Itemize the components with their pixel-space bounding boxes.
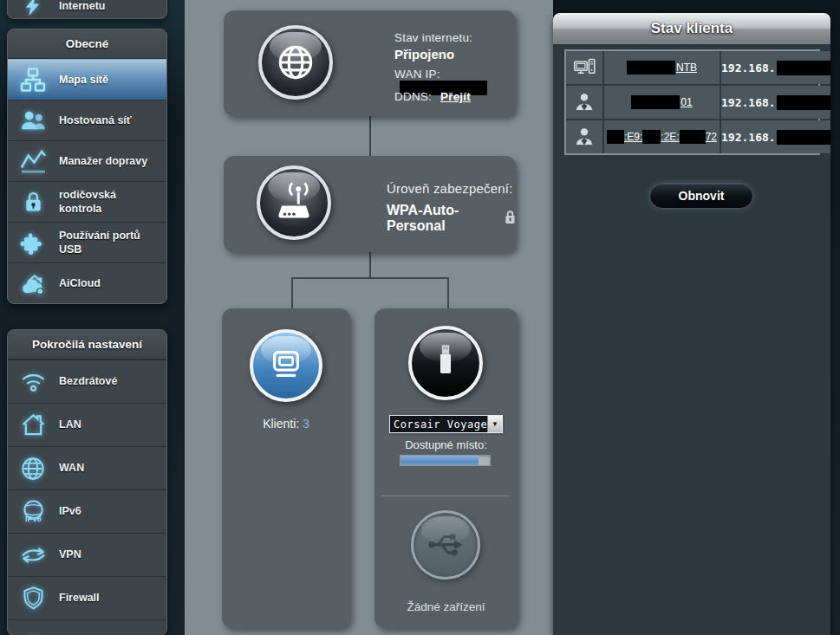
- client-name-link[interactable]: NTB: [676, 62, 697, 74]
- internet-status-label: Stav internetu:: [394, 31, 472, 44]
- sidebar-item-partial[interactable]: [8, 619, 166, 635]
- ip-redaction: [777, 95, 830, 110]
- cloud-home-icon: [18, 269, 48, 298]
- client-ip-cell: 192.168.: [721, 51, 830, 84]
- internet-globe-button[interactable]: [258, 25, 333, 100]
- ddns-go-link[interactable]: Přejít: [440, 90, 471, 103]
- usb-empty-port-button[interactable]: [411, 510, 480, 580]
- sidebar-item-label: Mapa sítě: [59, 73, 108, 87]
- sidebar-group-advanced: Pokročilá nastavení Bezdrátové LAN: [7, 329, 167, 635]
- ip-prefix: 192.168.: [721, 96, 776, 109]
- sidebar-item-wan[interactable]: WAN: [8, 446, 166, 489]
- sidebar-item-internetu[interactable]: Internetu: [8, 0, 166, 19]
- clients-node: Klienti: 3: [222, 308, 350, 628]
- client-name-cell: :E9::2E:72: [604, 120, 720, 153]
- clients-button[interactable]: [250, 329, 322, 402]
- router-button[interactable]: [257, 165, 331, 240]
- ip-redaction: [777, 130, 830, 145]
- usb-drive-icon: [423, 339, 468, 387]
- name-redaction: [631, 95, 680, 109]
- usb-divider: [381, 496, 511, 496]
- client-ip-cell: 192.168.: [721, 120, 830, 153]
- home-icon: [18, 411, 48, 440]
- sidebar-item-pouzivani-portu-usb[interactable]: Používání portů USB: [8, 222, 166, 262]
- sidebar-item-label: Manažer dopravy: [59, 154, 147, 168]
- traffic-chart-icon: [18, 146, 48, 176]
- clients-count: 3: [303, 417, 309, 431]
- connector-line: [291, 277, 449, 279]
- ipv6-globe-icon: IPv6: [18, 497, 48, 527]
- name-redaction: [642, 130, 661, 144]
- sidebar-section-header: Pokročilá nastavení: [8, 330, 166, 360]
- router-admin-page: Stav internetu: Připojeno WAN IP: DDNS: …: [0, 0, 840, 635]
- name-redaction: [607, 130, 624, 144]
- connector-line: [447, 277, 449, 308]
- sidebar-item-firewall[interactable]: Firewall: [8, 576, 166, 619]
- table-row: :E9::2E:72 192.168.: [566, 120, 818, 153]
- sidebar-item-label: Bezdrátové: [59, 374, 117, 388]
- usb-space-progress-fill: [400, 456, 479, 465]
- clients-label: Klienti:: [263, 417, 299, 431]
- user-icon: [566, 120, 602, 153]
- ddns-line: DDNS: Přejít: [394, 90, 471, 103]
- name-redaction: [680, 130, 706, 144]
- sidebar-item-lan[interactable]: LAN: [8, 403, 166, 446]
- desktop-icon: [566, 51, 602, 84]
- sidebar-item-label: IPv6: [59, 504, 81, 518]
- sidebar-item-mapa-site[interactable]: Mapa sítě: [8, 59, 166, 100]
- globe-icon: [271, 38, 320, 87]
- usb-device-button[interactable]: [408, 326, 483, 400]
- security-node: Úroveň zabezpečení: WPA-Auto-Personal: [224, 156, 516, 252]
- sidebar-item-label: rodičovská kontrola: [59, 188, 150, 217]
- vpn-arrows-icon: [18, 541, 48, 570]
- monitor-icon: [264, 342, 308, 389]
- refresh-button[interactable]: Obnovit: [649, 183, 753, 209]
- sitemap-icon: [18, 65, 48, 94]
- circle-icon: [18, 625, 48, 635]
- sidebar-item-label: Firewall: [59, 591, 100, 605]
- client-name-cell: 01: [604, 86, 720, 119]
- usb-puzzle-icon: [18, 228, 48, 257]
- ip-prefix: 192.168.: [721, 131, 776, 144]
- security-level-value: WPA-Auto-Personal: [387, 203, 498, 234]
- internet-status-node: Stav internetu: Připojeno WAN IP: DDNS: …: [224, 10, 516, 116]
- sidebar-group-general: Obecné Mapa sítě Hostovaná síť: [7, 29, 167, 304]
- security-level-label: Úroveň zabezpečení:: [387, 181, 513, 196]
- sidebar-item-label: Internetu: [59, 0, 105, 13]
- parental-lock-icon: [18, 187, 48, 217]
- table-row: 01 192.168.: [566, 86, 818, 119]
- wan-ip-label: WAN IP:: [394, 68, 440, 81]
- table-row: NTB 192.168.: [566, 51, 818, 84]
- sidebar-item-vpn[interactable]: VPN: [8, 533, 166, 576]
- ip-prefix: 192.168.: [721, 62, 776, 75]
- sidebar-item-label: VPN: [59, 548, 81, 561]
- name-redaction: [627, 61, 675, 75]
- sidebar-group-quick: Internetu: [7, 0, 167, 19]
- sidebar-item-label: WAN: [59, 461, 84, 475]
- sidebar-item-rodicovska-kontrola[interactable]: rodičovská kontrola: [8, 181, 166, 222]
- client-name-link[interactable]: 72: [706, 131, 717, 143]
- sidebar-item-bezdratove[interactable]: Bezdrátové: [8, 360, 166, 403]
- sidebar-item-hostovana-sit[interactable]: Hostovaná síť: [8, 100, 166, 140]
- client-name-link[interactable]: :2E:: [661, 131, 679, 143]
- client-ip-cell: 192.168.: [721, 86, 830, 119]
- client-status-title: Stav klienta: [553, 13, 830, 44]
- client-name-link[interactable]: :E9:: [624, 131, 642, 143]
- client-name-link[interactable]: 01: [680, 96, 692, 108]
- usb-device-select[interactable]: Corsair Voyager ▼: [389, 415, 503, 433]
- sidebar-section-header: Obecné: [8, 29, 166, 59]
- sidebar-item-label: Hostovaná síť: [59, 113, 132, 127]
- internet-status-value: Připojeno: [394, 47, 454, 62]
- sidebar-item-ipv6[interactable]: IPv6 IPv6: [8, 489, 166, 533]
- sidebar-item-manazer-dopravy[interactable]: Manažer dopravy: [8, 140, 166, 181]
- security-level-value-line: WPA-Auto-Personal: [387, 203, 516, 234]
- lock-icon: [505, 210, 516, 228]
- wifi-icon: [18, 367, 48, 397]
- svg-text:IPv6: IPv6: [25, 515, 42, 523]
- chevron-down-icon[interactable]: ▼: [487, 416, 502, 432]
- usb-trident-icon: [422, 520, 469, 570]
- client-table: NTB 192.168. 01: [564, 49, 820, 155]
- usb-space-label: Dostupné místo:: [374, 438, 518, 451]
- sidebar-item-aicloud[interactable]: AiCloud: [8, 262, 166, 303]
- ddns-label: DDNS:: [394, 90, 432, 103]
